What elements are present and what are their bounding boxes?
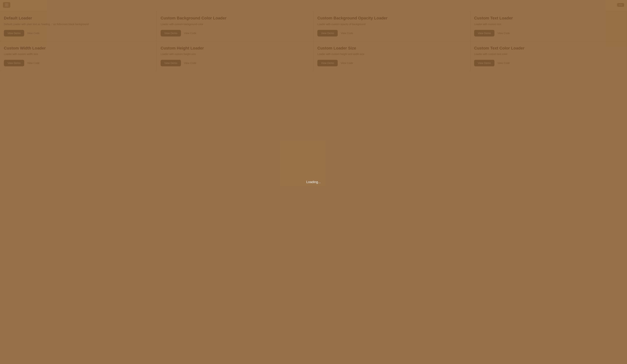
menu-button[interactable] [3, 2, 10, 8]
cards-grid: Default Loader Default Loader with plain… [0, 11, 627, 71]
view-demo-button-custom-height-loader[interactable]: View Demo [160, 60, 181, 66]
view-demo-button-custom-loader-size[interactable]: View Demo [317, 60, 338, 66]
card-custom-bg-opacity-loader: Custom Background Opacity Loader Loader … [314, 11, 470, 41]
card-title-custom-loader-size: Custom Loader Size [317, 46, 467, 51]
card-actions-custom-bg-color-loader: View Demo View Code [160, 30, 310, 37]
view-code-button-custom-bg-opacity-loader[interactable]: View Code [341, 31, 353, 35]
menu-icon-line2 [5, 5, 8, 5]
card-title-default-loader: Default Loader [4, 16, 153, 21]
card-desc-default-loader: Default Loader with plain text as 'loadi… [4, 22, 153, 26]
view-demo-button-custom-text-loader[interactable]: View Demo [474, 30, 494, 37]
dot3 [622, 4, 622, 5]
card-desc-custom-bg-opacity-loader: Loader with custom opacity of background [317, 22, 467, 26]
card-title-custom-text-loader: Custom Text Loader [474, 16, 623, 21]
card-custom-loader-size: Custom Loader Size Loader with custom he… [314, 41, 470, 71]
card-actions-custom-width-loader: View Demo View Code [4, 60, 153, 66]
top-bar [0, 0, 627, 10]
card-desc-custom-bg-color-loader: Loader with custom background color [160, 22, 310, 26]
card-actions-custom-text-loader: View Demo View Code [474, 30, 623, 37]
view-demo-button-default-loader[interactable]: View Demo [4, 30, 24, 37]
card-title-custom-width-loader: Custom Width Loader [4, 46, 153, 51]
card-desc-custom-height-loader: Loader with custom height size [160, 52, 310, 56]
card-actions-custom-text-color-loader: View Demo View Code [474, 60, 623, 66]
card-custom-text-loader: Custom Text Loader Loader with custom te… [470, 11, 627, 41]
card-desc-custom-loader-size: Loader with custom height and width size [317, 52, 467, 56]
loading-text: Loading... [306, 180, 321, 184]
main-content: Default Loader Default Loader with plain… [0, 0, 627, 78]
view-demo-button-custom-text-color-loader[interactable]: View Demo [474, 60, 494, 66]
card-title-custom-bg-color-loader: Custom Background Color Loader [160, 16, 310, 21]
card-custom-bg-color-loader: Custom Background Color Loader Loader wi… [157, 11, 314, 41]
dot2 [620, 4, 621, 5]
view-code-button-custom-bg-color-loader[interactable]: View Code [184, 31, 196, 35]
card-desc-custom-text-loader: Loader with custom text [474, 22, 623, 26]
view-demo-button-custom-bg-opacity-loader[interactable]: View Demo [317, 30, 338, 37]
menu-icon-line1 [5, 4, 8, 4]
card-custom-width-loader: Custom Width Loader Loader with custom w… [0, 41, 157, 71]
more-options-button[interactable] [617, 3, 624, 7]
card-title-custom-text-color-loader: Custom Text Color Loader [474, 46, 623, 51]
view-code-button-custom-text-color-loader[interactable]: View Code [497, 61, 510, 65]
view-demo-button-custom-width-loader[interactable]: View Demo [4, 60, 24, 66]
card-actions-default-loader: View Demo View Code [4, 30, 153, 37]
menu-icon-line3 [5, 6, 8, 6]
view-code-button-custom-text-loader[interactable]: View Code [497, 31, 510, 35]
card-actions-custom-loader-size: View Demo View Code [317, 60, 467, 66]
card-custom-height-loader: Custom Height Loader Loader with custom … [157, 41, 314, 71]
card-custom-text-color-loader: Custom Text Color Loader Loader with cus… [470, 41, 627, 71]
view-code-button-custom-height-loader[interactable]: View Code [184, 61, 196, 65]
dot1 [619, 4, 620, 5]
card-desc-custom-width-loader: Loader with custom width size [4, 52, 153, 56]
card-title-custom-bg-opacity-loader: Custom Background Opacity Loader [317, 16, 467, 21]
view-code-button-default-loader[interactable]: View Code [27, 31, 39, 35]
card-actions-custom-height-loader: View Demo View Code [160, 60, 310, 66]
card-default-loader: Default Loader Default Loader with plain… [0, 11, 157, 41]
view-code-button-custom-width-loader[interactable]: View Code [27, 61, 39, 65]
card-desc-custom-text-color-loader: Loader with custom text color [474, 52, 623, 56]
card-title-custom-height-loader: Custom Height Loader [160, 46, 310, 51]
view-demo-button-custom-bg-color-loader[interactable]: View Demo [160, 30, 181, 37]
view-code-button-custom-loader-size[interactable]: View Code [341, 61, 353, 65]
card-actions-custom-bg-opacity-loader: View Demo View Code [317, 30, 467, 37]
